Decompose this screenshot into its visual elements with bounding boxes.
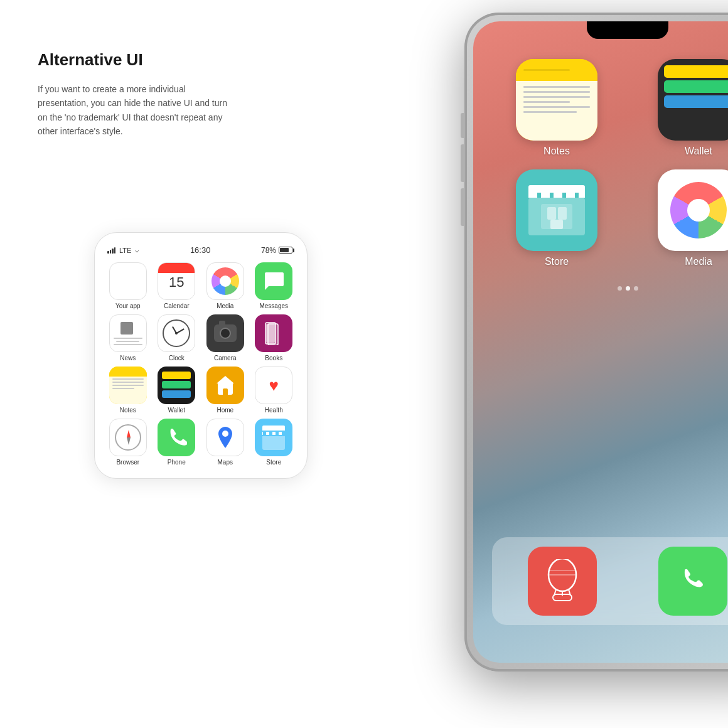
app-item-clock[interactable]: Clock: [155, 314, 199, 361]
app-item-news[interactable]: News: [106, 314, 150, 361]
large-app-item-store[interactable]: Store: [492, 169, 621, 267]
camera-icon: [206, 314, 244, 352]
lte-label: LTE: [119, 247, 131, 254]
phone-screen-large: Notes Wallet: [473, 21, 728, 663]
app-item-wallet[interactable]: Wallet: [155, 367, 199, 414]
battery-icon: [279, 247, 294, 254]
app-grid: Your app 15 Calendar: [105, 262, 297, 466]
messages-label: Messages: [259, 302, 288, 309]
phone-label: Phone: [168, 459, 186, 466]
app-item-store[interactable]: Store: [252, 419, 296, 466]
large-store-label: Store: [545, 256, 569, 267]
large-media-label: Media: [685, 256, 712, 267]
status-right: 78%: [261, 246, 294, 255]
app-item-calendar[interactable]: 15 Calendar: [155, 262, 199, 309]
wallet-icon: [158, 367, 195, 404]
clock-face: [163, 319, 190, 347]
app-item-your-app[interactable]: Your app: [106, 262, 150, 309]
browser-label: Browser: [116, 459, 139, 466]
news-icon: [109, 314, 147, 352]
books-svg: [263, 321, 284, 345]
phone-icon: [158, 419, 195, 456]
status-left: LTE ⌵: [107, 246, 139, 254]
news-label: News: [120, 355, 136, 361]
svg-rect-2: [266, 324, 275, 343]
status-bar: LTE ⌵ 16:30 78%: [105, 240, 297, 262]
large-notes-label: Notes: [543, 146, 570, 157]
store-icon: [255, 419, 292, 456]
app-item-home[interactable]: Home: [203, 367, 247, 414]
large-phone-svg: [677, 565, 709, 597]
left-panel: Alternative UI If you want to create a m…: [38, 50, 289, 164]
health-heart: ♥: [269, 376, 279, 395]
large-app-item-media[interactable]: Media: [634, 169, 728, 267]
page-title: Alternative UI: [38, 50, 289, 70]
home-label: Home: [217, 407, 233, 414]
wifi-icon: ⌵: [135, 246, 139, 254]
large-app-grid: Notes Wallet: [473, 21, 728, 280]
large-dock: [492, 537, 728, 625]
browser-icon: [109, 419, 147, 456]
app-item-phone[interactable]: Phone: [155, 419, 199, 466]
calendar-icon: 15: [158, 262, 195, 300]
media-circle: [211, 267, 239, 295]
page-dots: [473, 286, 728, 291]
app-item-health[interactable]: ♥ Health: [252, 367, 296, 414]
phone-mockup-small: LTE ⌵ 16:30 78%: [94, 232, 308, 479]
app-item-camera[interactable]: Camera: [203, 314, 247, 361]
wallet-label: Wallet: [168, 407, 185, 414]
maps-icon: [206, 419, 244, 456]
large-dock-item-balloon[interactable]: [501, 547, 623, 616]
books-icon: [255, 314, 292, 352]
large-wallet-label: Wallet: [685, 146, 712, 157]
svg-rect-5: [547, 207, 556, 220]
svg-point-3: [222, 431, 228, 437]
app-item-maps[interactable]: Maps: [203, 419, 247, 466]
camera-label: Camera: [214, 355, 237, 361]
balloon-svg: [540, 559, 584, 603]
large-wallet-icon: [658, 59, 728, 141]
app-item-media[interactable]: Media: [203, 262, 247, 309]
notes-label: Notes: [120, 407, 136, 414]
maps-label: Maps: [218, 459, 233, 466]
right-panel: Notes Wallet: [308, 0, 728, 728]
home-icon: [206, 367, 244, 404]
app-item-browser[interactable]: Browser: [106, 419, 150, 466]
maps-svg: [215, 426, 235, 449]
large-media-icon: [658, 169, 728, 251]
health-icon: ♥: [255, 367, 292, 404]
large-store-icon: [516, 169, 597, 251]
battery-percent: 78%: [261, 246, 276, 255]
large-dock-item-phone[interactable]: [633, 547, 729, 616]
books-label: Books: [265, 355, 282, 361]
messages-icon: [255, 262, 292, 300]
large-screen-content: Notes Wallet: [473, 21, 728, 663]
calendar-label: Calendar: [164, 302, 190, 309]
svg-rect-7: [550, 220, 563, 229]
store-label: Store: [266, 459, 281, 466]
signal-bars: [107, 247, 115, 254]
clock-label: Clock: [169, 355, 185, 361]
app-item-books[interactable]: Books: [252, 314, 296, 361]
large-app-item-notes[interactable]: Notes: [492, 59, 621, 157]
notes-icon: [109, 367, 147, 404]
phone-svg: [166, 427, 187, 448]
balloon-icon: [528, 547, 597, 616]
messages-svg: [262, 270, 285, 292]
large-phone-icon: [658, 547, 727, 616]
your-app-icon: [109, 262, 147, 300]
phone-screen-small: LTE ⌵ 16:30 78%: [95, 233, 307, 478]
app-item-messages[interactable]: Messages: [252, 262, 296, 309]
health-label: Health: [265, 407, 283, 414]
store-building-svg: [538, 204, 575, 229]
your-app-label: Your app: [115, 302, 141, 309]
status-time: 16:30: [190, 245, 211, 255]
svg-rect-6: [558, 207, 567, 220]
large-app-item-wallet[interactable]: Wallet: [634, 59, 728, 157]
app-item-notes[interactable]: Notes: [106, 367, 150, 414]
media-label: Media: [217, 302, 233, 309]
phone-frame-large: Notes Wallet: [464, 13, 728, 672]
clock-icon: [158, 314, 195, 352]
media-icon: [206, 262, 244, 300]
large-notes-icon: [516, 59, 597, 141]
